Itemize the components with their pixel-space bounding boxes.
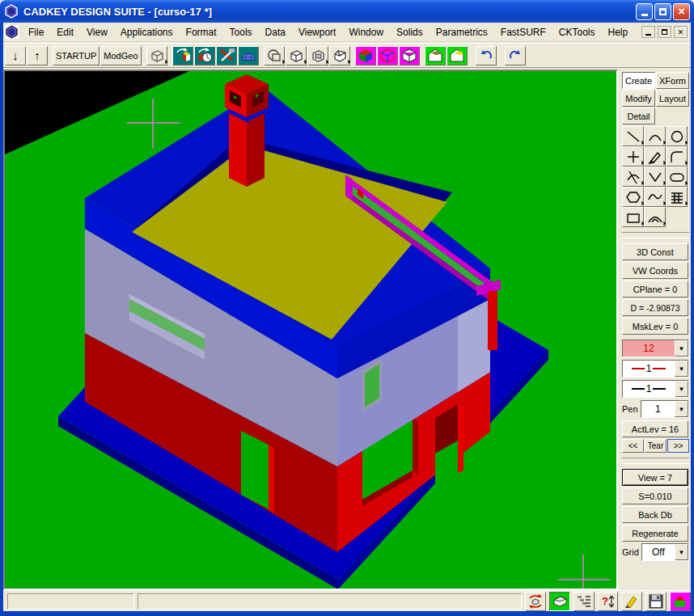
arc-tool-button[interactable]: [644, 126, 666, 146]
view-button[interactable]: View = 7: [622, 469, 688, 486]
chevron-down-icon[interactable]: ▼: [675, 544, 688, 560]
xform-tab[interactable]: XForm: [656, 72, 689, 89]
hatch-tool-button[interactable]: [666, 187, 688, 207]
chevron-down-icon[interactable]: ▼: [675, 340, 688, 357]
trim-tool-button[interactable]: [622, 167, 644, 187]
masklevel-button[interactable]: MskLev = 0: [622, 318, 688, 335]
drawing-viewport[interactable]: [3, 70, 618, 590]
shade-solid-cube-button[interactable]: [355, 46, 376, 65]
menu-view[interactable]: View: [80, 24, 114, 40]
ground-post: [488, 291, 497, 350]
window-border-bottom: [0, 611, 694, 616]
point-tool-button[interactable]: [622, 146, 644, 167]
menu-edit[interactable]: Edit: [50, 24, 80, 40]
history-back-button[interactable]: ↓: [5, 46, 26, 65]
render-house-flat-button[interactable]: [446, 46, 468, 65]
menu-data[interactable]: Data: [259, 24, 292, 40]
back-db-button[interactable]: Back Db: [622, 506, 688, 523]
shading-toggle-button[interactable]: [549, 592, 570, 611]
menu-help[interactable]: Help: [602, 24, 635, 40]
undo-button[interactable]: [476, 46, 497, 65]
tear-left-button[interactable]: <<: [622, 439, 644, 453]
line-width-combo[interactable]: 1 ▼: [622, 380, 689, 398]
verify-button[interactable]: ?: [598, 592, 619, 611]
chevron-down-icon[interactable]: ▼: [675, 361, 688, 377]
group-divider: [622, 232, 689, 238]
viewport-circle-button[interactable]: [264, 46, 285, 65]
pen-combo[interactable]: 1 ▼: [641, 400, 689, 418]
rotate-solid-button[interactable]: [172, 46, 193, 65]
menu-solids[interactable]: Solids: [390, 24, 430, 40]
render-toggle-icon: [671, 593, 689, 610]
tear-button[interactable]: Tear: [645, 439, 666, 453]
maximize-button[interactable]: [654, 3, 671, 20]
circle-tool-button[interactable]: [666, 126, 688, 146]
arch-tool-button[interactable]: [644, 207, 666, 227]
view-cube-button[interactable]: [286, 46, 307, 65]
line-style-combo[interactable]: 1 ▼: [622, 360, 689, 378]
startup-button[interactable]: STARTUP: [53, 46, 99, 65]
geometry-palette: [622, 126, 690, 227]
render-toggle-button[interactable]: [670, 592, 691, 611]
menu-fastsurf[interactable]: FastSURF: [494, 24, 552, 40]
layout-tab[interactable]: Layout: [656, 90, 689, 107]
wireframe-cube-button[interactable]: [146, 46, 167, 65]
mdi-close-button[interactable]: ✕: [674, 26, 688, 38]
rotate-view-button[interactable]: [194, 46, 215, 65]
rectangle-tool-button[interactable]: [622, 207, 644, 227]
detail-tab[interactable]: Detail: [622, 108, 655, 124]
chevron-down-icon[interactable]: ▼: [675, 381, 688, 397]
menu-window[interactable]: Window: [342, 24, 390, 40]
tear-right-button[interactable]: >>: [667, 439, 689, 453]
mesh-sphere-button[interactable]: [238, 46, 259, 65]
redo-button[interactable]: [505, 46, 526, 65]
shading-toggle-icon: [551, 593, 569, 610]
color-combo[interactable]: 12 ▼: [622, 340, 689, 357]
regenerate-button[interactable]: Regenerate: [622, 525, 688, 542]
view-cube-section-button[interactable]: [329, 46, 350, 65]
menu-format[interactable]: Format: [180, 24, 223, 40]
vw-coords-button[interactable]: VW Coords: [622, 262, 688, 279]
scale-button[interactable]: S=0.010: [622, 487, 688, 504]
3d-const-button[interactable]: 3D Const: [622, 243, 688, 260]
fillet-tool-button[interactable]: [666, 146, 688, 167]
grid-combo[interactable]: Off ▼: [641, 543, 689, 561]
sketch-tool-button[interactable]: [644, 146, 666, 167]
depth-button[interactable]: D = -2.90873: [622, 299, 688, 316]
chevron-down-icon[interactable]: ▼: [675, 401, 688, 417]
menu-cktools[interactable]: CKTools: [552, 24, 602, 40]
line-tool-button[interactable]: [622, 126, 644, 146]
slot-tool-button[interactable]: [666, 167, 688, 187]
cplane-button[interactable]: CPlane = 0: [622, 281, 688, 297]
menu-applications[interactable]: Applications: [114, 24, 180, 40]
history-forward-button[interactable]: ↑: [27, 46, 48, 65]
view-cube-box-button[interactable]: [307, 46, 328, 65]
menu-parametrics[interactable]: Parametrics: [430, 24, 494, 40]
tools-button[interactable]: [216, 46, 237, 65]
shade-white-cube-button[interactable]: [399, 46, 420, 65]
minimize-button[interactable]: [636, 3, 653, 20]
modify-tab[interactable]: Modify: [622, 90, 655, 107]
create-tab[interactable]: Create: [622, 72, 655, 89]
close-button[interactable]: ✕: [673, 3, 690, 20]
render-house-shaded-button[interactable]: [425, 46, 446, 65]
main-toolbar: ↓ ↑ STARTUP ModGeo: [3, 43, 691, 68]
menu-tools[interactable]: Tools: [223, 24, 259, 40]
menu-viewport[interactable]: Viewport: [292, 24, 342, 40]
save-button[interactable]: [645, 592, 666, 611]
polygon-tool-button[interactable]: [622, 187, 644, 207]
shade-wire-cube-button[interactable]: [377, 46, 398, 65]
menu-file[interactable]: File: [22, 24, 50, 40]
active-level-button[interactable]: ActLev = 16: [622, 420, 688, 437]
mdi-minimize-button[interactable]: [641, 26, 655, 38]
regen-view-button[interactable]: [525, 592, 546, 611]
markup-pen-button[interactable]: [621, 592, 642, 611]
modgeo-button[interactable]: ModGeo: [100, 46, 141, 65]
polyline-tool-button[interactable]: [644, 167, 666, 187]
svg-text:?: ?: [602, 595, 608, 607]
spline-tool-button[interactable]: [644, 187, 666, 207]
application-window: CADKEY DESIGN SUITE - [curso-17 *] ✕ Fil…: [0, 0, 694, 616]
level-list-button[interactable]: [573, 592, 595, 611]
viewport-canvas[interactable]: [5, 71, 616, 589]
mdi-restore-button[interactable]: [658, 26, 671, 38]
